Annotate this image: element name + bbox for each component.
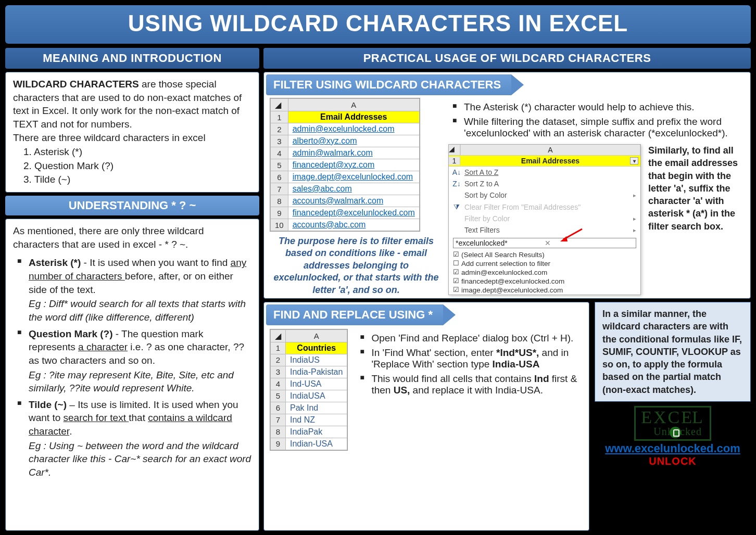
intro-line2: There are three wildcard characters in e…: [13, 131, 251, 145]
t: India-USA: [493, 359, 540, 370]
rownum[interactable]: 2: [271, 354, 286, 366]
filter-search-box[interactable]: *excelunlocked* ✕: [453, 238, 636, 248]
find-bullet-1: Open 'Find and Replace' dialog box (Ctrl…: [360, 333, 583, 344]
country-cell[interactable]: Ind NZ: [286, 414, 347, 426]
excel-unlocked-logo: EXCEL Unlcked: [634, 406, 711, 441]
sort-za[interactable]: Z↓Sort Z to A: [449, 178, 640, 189]
email-cell[interactable]: accounts@walmark.com: [288, 195, 419, 207]
filter-dropdown-icon[interactable]: [630, 157, 638, 164]
email-cell[interactable]: image.dept@excelunlocked.com: [288, 171, 419, 183]
email-cell[interactable]: accounts@abc.com: [288, 219, 419, 231]
asterisk-item: Asterisk (*) - It is used when you want …: [17, 256, 251, 324]
table-corner: ◢: [271, 329, 286, 342]
rownum[interactable]: 6: [271, 402, 286, 414]
rownum[interactable]: 10: [271, 219, 288, 231]
t: that: [129, 412, 148, 423]
email-cell[interactable]: alberto@xyz.com: [288, 135, 419, 147]
fm-row1-num[interactable]: 1: [449, 157, 460, 165]
sort-za-icon: Z↓: [452, 180, 461, 188]
understanding-box: As mentioned, there are only three wildc…: [5, 219, 259, 531]
rownum[interactable]: 6: [271, 171, 288, 183]
t: Clear Filter From "Email Addresses": [464, 203, 581, 211]
country-cell[interactable]: Pak Ind: [286, 402, 347, 414]
find-ribbon: FIND AND REPLACE USING *: [266, 304, 443, 325]
rownum[interactable]: 1: [271, 111, 288, 123]
clear-search-icon[interactable]: ✕: [543, 239, 634, 247]
email-cell[interactable]: admin@walmark.com: [288, 147, 419, 159]
email-cell[interactable]: financedept@excelunlocked.com: [288, 207, 419, 219]
u-intro: As mentioned, there are only three wildc…: [13, 224, 251, 251]
t: Ind: [534, 373, 549, 384]
filter-check-item[interactable]: (Select All Search Results): [449, 250, 640, 259]
country-cell[interactable]: Ind-USA: [286, 378, 347, 390]
country-cell[interactable]: India-Pakistan: [286, 366, 347, 378]
rownum[interactable]: 9: [271, 438, 286, 450]
filter-by-color: Filter by Color▸: [449, 213, 640, 224]
qm-item: Question Mark (?) - The question mark re…: [17, 327, 251, 395]
tilde-item: Tilde (~) – Its use is limited. It is us…: [17, 398, 251, 479]
wildcard-bold: WILDCARD CHARACTERS: [13, 79, 139, 90]
sort-color[interactable]: Sort by Color▸: [449, 189, 640, 201]
country-cell[interactable]: Indian-USA: [286, 438, 347, 450]
rownum[interactable]: 8: [271, 426, 286, 438]
email-cell[interactable]: sales@abc.com: [288, 183, 419, 195]
rownum[interactable]: 3: [271, 135, 288, 147]
emails-header-cell[interactable]: Email Addresses: [288, 111, 419, 123]
site-link[interactable]: www.excelunlocked.com: [595, 442, 751, 455]
rownum[interactable]: 5: [271, 390, 286, 402]
filter-caption: The purpose here is to filter emails bas…: [270, 231, 442, 296]
qm-eg: Eg : ?ite may represent Kite, Bite, Site…: [29, 368, 251, 395]
col-a[interactable]: A: [288, 99, 419, 111]
t: - It is used when you want to find: [81, 257, 230, 268]
t: Filter by Color: [464, 214, 510, 223]
countries-header-cell[interactable]: Countries: [286, 342, 347, 354]
country-cell[interactable]: IndiaUS: [286, 354, 347, 366]
rownum[interactable]: 7: [271, 183, 288, 195]
find-bullet-3: This would find all cells that contains …: [360, 373, 583, 396]
find-bullet-2: In 'Find What' section, enter *Ind*US*, …: [360, 347, 583, 370]
t: This would find all cells that contains: [371, 373, 534, 384]
t: a character: [78, 341, 128, 352]
filter-dropdown-menu[interactable]: ◢ A 1 Email Addresses: [448, 144, 641, 295]
chevron-right-icon: ▸: [633, 215, 636, 222]
filter-check-item[interactable]: image.dept@excelunlocked.com: [449, 286, 640, 295]
filter-section: FILTER USING WILDCARD CHARACTERS ◢A 1Ema…: [263, 72, 751, 299]
text-filters[interactable]: Text Filters▸: [449, 224, 640, 236]
t: US,: [394, 385, 410, 396]
sort-az[interactable]: A↓Sort A to Z: [449, 167, 640, 178]
ribbon-tail-icon: [443, 304, 456, 325]
rownum[interactable]: 8: [271, 195, 288, 207]
list-item: 2. Question Mark (?): [23, 159, 251, 173]
t: Sort Z to A: [464, 180, 499, 188]
rownum[interactable]: 4: [271, 147, 288, 159]
fm-corner: ◢: [449, 145, 460, 155]
fm-header-cell[interactable]: Email Addresses: [460, 157, 640, 165]
wildcard-list: 1. Asterisk (*) 2. Question Mark (?) 3. …: [13, 145, 251, 186]
rownum[interactable]: 4: [271, 378, 286, 390]
t: *Ind*US*,: [496, 347, 539, 358]
email-cell[interactable]: financedept@xyz.com: [288, 159, 419, 171]
filter-ribbon: FILTER USING WILDCARD CHARACTERS: [266, 74, 511, 95]
table-corner: ◢: [271, 99, 288, 111]
chevron-right-icon: ▸: [633, 192, 636, 199]
countries-table: ◢A 1Countries 2IndiaUS3India-Pakistan4In…: [270, 329, 347, 450]
filter-bullet-2: While filtering the dataset, simple suff…: [452, 116, 744, 139]
rownum[interactable]: 2: [271, 123, 288, 135]
emails-table: ◢A 1Email Addresses 2admin@excelunlocked…: [270, 98, 420, 231]
filter-check-item[interactable]: admin@excelunlocked.com: [449, 268, 640, 277]
rownum[interactable]: 7: [271, 414, 286, 426]
rownum[interactable]: 9: [271, 207, 288, 219]
rownum[interactable]: 3: [271, 366, 286, 378]
email-cell[interactable]: admin@excelunlocked.com: [288, 123, 419, 135]
filter-check-item[interactable]: Add current selection to filter: [449, 259, 640, 268]
country-cell[interactable]: IndiaUSA: [286, 390, 347, 402]
rownum[interactable]: 1: [271, 342, 286, 354]
find-replace-section: FIND AND REPLACE USING * ◢A 1Countries 2…: [263, 302, 589, 531]
chevron-right-icon: ▸: [633, 227, 636, 234]
country-cell[interactable]: IndiaPak: [286, 426, 347, 438]
col-a[interactable]: A: [286, 329, 347, 342]
filter-check-item[interactable]: financedept@excelunlocked.com: [449, 277, 640, 286]
ribbon-tail-icon: [511, 74, 524, 95]
rownum[interactable]: 5: [271, 159, 288, 171]
fm-col-a[interactable]: A: [460, 145, 640, 155]
